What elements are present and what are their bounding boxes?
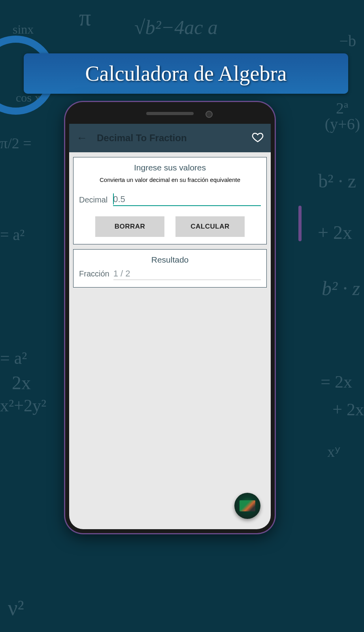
calculate-button[interactable]: CALCULAR	[175, 216, 245, 237]
heart-icon	[252, 131, 264, 143]
decimal-input[interactable]: 0.5	[113, 194, 261, 206]
phone-frame: ← Decimal To Fraction Ingrese sus valore…	[65, 102, 275, 533]
calculator-icon	[240, 500, 255, 511]
fraction-label: Fracción	[79, 269, 109, 280]
fraction-output: 1 / 2	[113, 269, 261, 280]
text-cursor	[113, 193, 114, 204]
banner-title: Calculadora de Algebra	[36, 61, 336, 86]
fab-button[interactable]	[234, 493, 260, 519]
back-button[interactable]: ←	[76, 132, 87, 144]
input-card-subtitle: Convierta un valor decimal en su fracció…	[79, 176, 261, 183]
decimal-value: 0.5	[113, 194, 125, 204]
app-screen: ← Decimal To Fraction Ingrese sus valore…	[69, 124, 271, 529]
input-card-title: Ingrese sus valores	[79, 163, 261, 172]
clear-button[interactable]: BORRAR	[95, 216, 164, 237]
result-card: Resultado Fracción 1 / 2	[73, 249, 267, 288]
app-bar: ← Decimal To Fraction	[69, 124, 271, 152]
promo-banner: Calculadora de Algebra	[24, 53, 348, 94]
fraction-result-row: Fracción 1 / 2	[79, 269, 261, 280]
result-card-title: Resultado	[79, 255, 261, 265]
fraction-value: 1 / 2	[113, 269, 130, 278]
decimal-label: Decimal	[79, 195, 108, 206]
input-card: Ingrese sus valores Convierta un valor d…	[73, 157, 267, 244]
phone-side-button-decor	[298, 206, 302, 241]
page-title: Decimal To Fraction	[97, 132, 252, 144]
decimal-input-row: Decimal 0.5	[79, 194, 261, 206]
favorite-button[interactable]	[252, 131, 264, 145]
button-row: BORRAR CALCULAR	[79, 216, 261, 237]
